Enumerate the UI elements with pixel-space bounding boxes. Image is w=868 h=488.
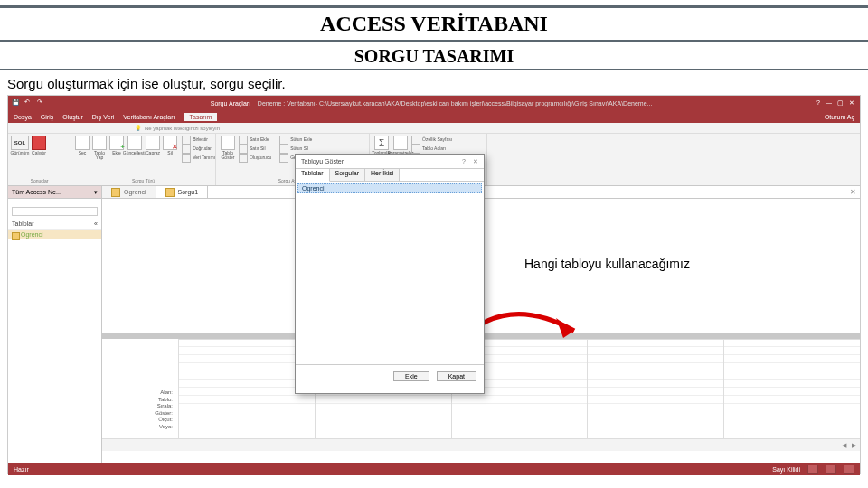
menu-disveri[interactable]: Dış Veri [92,114,115,120]
dialog-list-item[interactable]: Ogrenci [297,183,482,193]
context-tab-label: Sorgu Araçları [211,100,250,107]
navigation-pane: Tüm Access Ne... ▾ Tablolar « Ogrenci [8,186,102,463]
menu-bar: Dosya Giriş Oluştur Dış Veri Veritabanı … [8,110,860,123]
grid-col[interactable] [587,339,723,438]
ribbon-birlestir[interactable]: Birleştir [182,136,215,145]
showtable-icon [221,136,235,150]
chevron-down-icon: ▾ [94,189,98,196]
tellme-icon: 💡 [135,125,141,131]
nav-header-text: Tüm Access Ne... [12,189,61,195]
delete-icon: ✕ [163,136,177,150]
ribbon-ozellik[interactable]: Özellik Sayfası [411,136,452,145]
dialog-close-button[interactable]: Kapat [437,371,476,381]
ribbon-gorunum[interactable]: SQLGörünüm [12,136,28,155]
slide-title-bar: ACCESS VERİTABANI [0,5,868,42]
redo-icon[interactable]: ↷ [37,99,46,108]
ribbon-tablo-adlari[interactable]: Tablo Adları [411,145,452,154]
slide-title: ACCESS VERİTABANI [0,12,868,36]
lbl-goster: Göster: [102,410,173,418]
doc-close-icon[interactable]: ✕ [850,188,856,196]
ribbon-capraz[interactable]: Çapraz [146,136,160,155]
grid-col[interactable] [723,339,860,438]
scroll-right-icon[interactable]: ▶ [852,442,856,449]
dialog-add-button[interactable]: Ekle [393,371,429,381]
ribbon-sutun-sil[interactable]: Sütun Sil [279,145,312,154]
ribbon-veritanimi[interactable]: Veri Tanımı [182,154,215,163]
save-icon[interactable]: 💾 [12,99,21,108]
lbl-alan: Alan: [102,389,173,397]
params-icon [393,136,408,150]
dlg-tab2-label: Sorgular [335,170,359,176]
dialog-tab-tablolar[interactable]: Tablolar [296,169,330,182]
ribbon-parametreler[interactable]: Parametreler [392,136,409,155]
dlg-add-label: Ekle [405,373,418,380]
horizontal-scrollbar[interactable]: ◀ ▶ [102,438,860,451]
dialog-titlebar[interactable]: Tabloyu Göster ? ✕ [296,155,484,169]
ribbon-tablo-goster[interactable]: Tablo Göster [220,136,236,160]
ribbon-sil[interactable]: ✕Sil [163,136,177,155]
window-title-text: Deneme : Veritabanı- C:\Users\aykut.kara… [258,100,653,107]
ribbon-calistir[interactable]: Çalıştır [31,136,47,155]
help-icon[interactable]: ? [816,99,820,107]
menu-giris[interactable]: Giriş [41,114,53,120]
status-bar: Hazır Sayı Kilidi [8,463,860,475]
ribbon-sutun-ekle[interactable]: Sütun Ekle [279,136,312,145]
select-icon [75,136,90,150]
status-right: Sayı Kilidi [772,466,800,473]
sql-icon: SQL [11,136,29,150]
status-left: Hazır [14,466,29,473]
dialog-table-list[interactable]: Ogrenci [296,182,484,364]
view-datasheet-button[interactable] [807,465,818,474]
collapse-icon: « [94,221,98,227]
view-design-button[interactable] [844,465,854,474]
window-titlebar: 💾 ↶ ↷ Sorgu Araçları Deneme : Veritabanı… [8,96,860,110]
append-icon: + [109,136,124,150]
lbl-olcut: Ölçüt: [102,417,173,424]
slide-description: Sorgu oluşturmak için ise oluştur, sorgu… [0,74,868,95]
ribbon-tablo-yap[interactable]: Tablo Yap [92,136,107,160]
dialog-tab-herikisi[interactable]: Her İkisi [365,169,400,181]
dlg-close-label: Kapat [448,373,465,380]
nav-item-ogrenci[interactable]: Ogrenci [8,230,101,239]
ribbon-sec[interactable]: Seç [75,136,90,155]
dialog-tabs: Tablolar Sorgular Her İkisi [296,169,484,182]
undo-icon[interactable]: ↶ [24,99,33,108]
nav-item-label: Ogrenci [21,231,43,238]
scroll-left-icon[interactable]: ◀ [842,442,846,449]
update-icon [127,136,142,150]
ribbon-satir-sil[interactable]: Satır Sil [239,145,271,154]
ribbon-grp-sonuclar: Sonuçlar [12,178,67,183]
menu-vtaraclar[interactable]: Veritabanı Araçları [123,114,175,120]
dialog-buttons: Ekle Kapat [296,364,484,388]
minimize-icon[interactable]: — [826,99,832,107]
dialog-help-icon[interactable]: ? [462,158,466,165]
ribbon-ekle[interactable]: +Ekle [109,136,124,155]
dialog-tab-sorgular[interactable]: Sorgular [330,169,365,181]
crosstab-icon [146,136,160,150]
dlg-tab1-label: Tablolar [301,170,324,176]
ribbon-guncellestir[interactable]: Güncelleştir [127,136,143,155]
ribbon-dogrudan[interactable]: Doğrudan [182,145,215,154]
doc-tab-ogrenci[interactable]: Ogrenci [102,186,156,198]
nav-search-input[interactable] [12,207,98,216]
maximize-icon[interactable]: ▢ [837,99,844,107]
doc-tab-sorgu1[interactable]: Sorgu1 [156,186,209,198]
show-table-dialog: Tabloyu Göster ? ✕ Tablolar Sorgular Her… [295,154,485,394]
signin-link[interactable]: Oturum Aç [825,114,854,120]
ribbon-satir-ekle[interactable]: Satır Ekle [239,136,271,145]
doc-tab1-label: Ogrenci [124,189,146,195]
menu-tasarim[interactable]: Tasarım [184,113,218,121]
tell-me-bar[interactable]: 💡 Ne yapmak istediğinizi söyleyin [8,123,860,134]
slide-subtitle: SORGU TASARIMI [0,44,868,69]
ribbon-olusturucu[interactable]: Oluşturucu [239,154,271,163]
menu-olustur[interactable]: Oluştur [62,114,83,120]
nav-header[interactable]: Tüm Access Ne... ▾ [8,186,101,199]
close-icon[interactable]: ✕ [849,99,854,107]
dialog-close-icon[interactable]: ✕ [473,158,478,165]
menu-dosya[interactable]: Dosya [14,114,32,120]
nav-section-tables[interactable]: Tablolar « [8,219,101,230]
view-sql-button[interactable] [826,465,836,474]
callout-text: Hangi tabloyu kullanacağımız [524,257,690,271]
dlg-list-item-label: Ogrenci [302,185,325,192]
slide-subtitle-bar: SORGU TASARIMI [0,44,868,70]
